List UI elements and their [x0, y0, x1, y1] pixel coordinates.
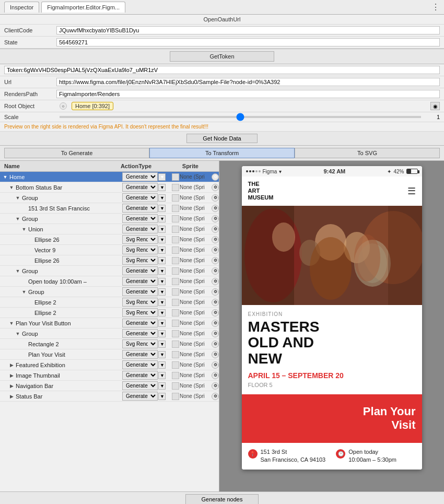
tree-sprite-settings-icon[interactable]: ⚙	[212, 351, 219, 358]
tree-action-select[interactable]: Svg Render	[122, 308, 158, 317]
get-token-button[interactable]: GetToken	[170, 51, 274, 62]
tree-arrow-icon[interactable]: ▶	[8, 373, 15, 378]
tree-row[interactable]: ▼GroupGenerate▼None (Spri⚙	[0, 266, 219, 276]
tree-arrow-icon[interactable]: ▼	[8, 321, 15, 326]
tree-row[interactable]: Ellipse 2Svg Render▼None (Spri⚙	[0, 308, 219, 318]
tree-sprite-settings-icon[interactable]: ⚙	[212, 226, 219, 233]
tree-row[interactable]: ▼HomeGenerate▼None (Spri⚙	[0, 172, 219, 182]
to-svg-button[interactable]: To SVG	[295, 148, 440, 158]
tree-action-arrow-icon[interactable]: ▼	[158, 173, 166, 181]
tree-sprite-settings-icon[interactable]: ⚙	[212, 205, 219, 212]
tree-action-select[interactable]: Generate	[122, 287, 158, 296]
hamburger-menu-icon[interactable]: ☰	[407, 185, 416, 197]
tree-sprite-settings-icon[interactable]: ⚙	[212, 299, 219, 306]
tree-sprite-settings-icon[interactable]: ⚙	[212, 194, 219, 202]
tree-action-select[interactable]: Generate	[122, 329, 158, 338]
tree-row[interactable]: 151 3rd St San FranciscGenerate▼None (Sp…	[0, 203, 219, 214]
tree-row[interactable]: Ellipse 2Svg Render▼None (Spri⚙	[0, 297, 219, 308]
tree-action-arrow-icon[interactable]: ▼	[158, 226, 166, 233]
to-generate-button[interactable]: To Generate	[4, 148, 149, 158]
tree-sprite-settings-icon[interactable]: ⚙	[212, 361, 219, 369]
tree-row[interactable]: ▼GroupGenerate▼None (Spri⚙	[0, 287, 219, 297]
tree-sprite-settings-icon[interactable]: ⚙	[212, 330, 219, 337]
tree-action-arrow-icon[interactable]: ▼	[158, 320, 166, 327]
tree-arrow-icon[interactable]: ▼	[15, 216, 21, 221]
tree-action-arrow-icon[interactable]: ▼	[158, 393, 166, 400]
tree-arrow-icon[interactable]: ▼	[21, 289, 27, 295]
tree-arrow-icon[interactable]: ▼	[8, 185, 15, 190]
tree-action-select[interactable]: Generate	[122, 225, 158, 233]
tree-action-select[interactable]: Generate	[122, 172, 158, 181]
tree-action-select[interactable]: Generate	[122, 214, 158, 223]
tree-row[interactable]: Open today 10:00am –Generate▼None (Spri⚙	[0, 276, 219, 287]
tree-row[interactable]: ▶Navigation BarGenerate▼None (Spri⚙	[0, 381, 219, 391]
tree-arrow-icon[interactable]: ▼	[21, 227, 27, 232]
tree-sprite-settings-icon[interactable]: ⚙	[212, 393, 219, 400]
tree-sprite-settings-icon[interactable]: ⚙	[212, 267, 219, 275]
tree-sprite-settings-icon[interactable]: ⚙	[212, 236, 219, 243]
tree-action-arrow-icon[interactable]: ▼	[158, 236, 166, 243]
tree-action-select[interactable]: Generate	[122, 193, 158, 202]
tree-action-arrow-icon[interactable]: ▼	[158, 194, 166, 202]
tree-action-select[interactable]: Generate	[122, 277, 158, 286]
scale-slider[interactable]	[60, 116, 421, 118]
tree-row[interactable]: Rectangle 2Svg Render▼None (Spri⚙	[0, 339, 219, 349]
tree-row[interactable]: Ellipse 26Svg Render▼None (Spri⚙	[0, 255, 219, 266]
tree-action-arrow-icon[interactable]: ▼	[158, 247, 166, 254]
tree-sprite-settings-icon[interactable]: ⚙	[212, 247, 219, 254]
tree-action-arrow-icon[interactable]: ▼	[158, 330, 166, 337]
tree-arrow-icon[interactable]: ▼	[15, 195, 21, 201]
tree-action-arrow-icon[interactable]: ▼	[158, 257, 166, 264]
tree-sprite-settings-icon[interactable]: ⚙	[212, 320, 219, 327]
tree-action-arrow-icon[interactable]: ▼	[158, 205, 166, 212]
tree-sprite-settings-icon[interactable]: ⚙	[212, 257, 219, 264]
tree-action-arrow-icon[interactable]: ▼	[158, 382, 166, 390]
tree-action-arrow-icon[interactable]: ▼	[158, 267, 166, 275]
state-input[interactable]	[56, 38, 440, 46]
tree-row[interactable]: Plan Your VisitGenerate▼None (Spri⚙	[0, 349, 219, 360]
tree-row[interactable]: ▶Status BarGenerate▼None (Spri⚙	[0, 391, 219, 402]
tree-action-arrow-icon[interactable]: ▼	[158, 351, 166, 358]
token-input[interactable]	[4, 66, 440, 74]
generate-nodes-button[interactable]: Generate nodes	[185, 494, 259, 504]
tree-row[interactable]: ▶Featured ExhibitionGenerate▼None (Spri⚙	[0, 360, 219, 370]
tree-action-arrow-icon[interactable]: ▼	[158, 215, 166, 222]
tree-action-select[interactable]: Generate	[122, 371, 158, 380]
tree-sprite-settings-icon[interactable]: ⚙	[212, 382, 219, 390]
tree-sprite-settings-icon[interactable]: ⚙	[212, 184, 219, 191]
tree-row[interactable]: Ellipse 26Svg Render▼None (Spri⚙	[0, 235, 219, 245]
top-menu-button[interactable]: ⋮	[431, 2, 440, 12]
tree-row[interactable]: ▼GroupGenerate▼None (Spri⚙	[0, 193, 219, 203]
tree-arrow-icon[interactable]: ▼	[2, 174, 8, 180]
tree-action-arrow-icon[interactable]: ▼	[158, 288, 166, 296]
get-node-data-button[interactable]: Get Node Data	[186, 134, 257, 143]
tree-action-select[interactable]: Generate	[122, 350, 158, 359]
tree-arrow-icon[interactable]: ▼	[15, 331, 21, 336]
tree-action-select[interactable]: Generate	[122, 392, 158, 401]
tree-arrow-icon[interactable]: ▼	[15, 268, 21, 274]
tree-row[interactable]: ▼UnionGenerate▼None (Spri⚙	[0, 224, 219, 235]
tree-sprite-settings-icon[interactable]: ⚙	[212, 372, 219, 379]
url-input[interactable]	[56, 78, 440, 86]
tree-action-arrow-icon[interactable]: ▼	[158, 184, 166, 191]
tree-action-select[interactable]: Generate	[122, 360, 158, 369]
tab-figma-importer[interactable]: FigmaImporter.Editor.Figm...	[41, 2, 125, 13]
tree-row[interactable]: ▼Plan Your Visit ButtonGenerate▼None (Sp…	[0, 318, 219, 329]
tree-sprite-settings-icon[interactable]: ⚙	[212, 278, 219, 285]
tree-action-arrow-icon[interactable]: ▼	[158, 361, 166, 369]
tree-action-select[interactable]: Svg Render	[122, 245, 158, 254]
tree-action-arrow-icon[interactable]: ▼	[158, 299, 166, 306]
tree-action-select[interactable]: Generate	[122, 204, 158, 213]
plan-visit-banner[interactable]: Plan Your Visit	[242, 394, 422, 443]
tree-arrow-icon[interactable]: ▶	[8, 383, 15, 389]
tree-action-arrow-icon[interactable]: ▼	[158, 341, 166, 348]
tree-action-select[interactable]: Generate	[122, 183, 158, 192]
tree-row[interactable]: ▼GroupGenerate▼None (Spri⚙	[0, 214, 219, 224]
tree-row[interactable]: ▶Image ThumbnailGenerate▼None (Spri⚙	[0, 370, 219, 381]
tree-row[interactable]: Vector 9Svg Render▼None (Spri⚙	[0, 245, 219, 255]
root-object-end-button[interactable]: ◉	[430, 102, 440, 110]
tree-action-arrow-icon[interactable]: ▼	[158, 309, 166, 317]
to-transform-button[interactable]: To Transform	[149, 148, 295, 158]
tree-sprite-settings-icon[interactable]: ⚙	[212, 288, 219, 296]
tree-action-select[interactable]: Svg Render	[122, 298, 158, 307]
